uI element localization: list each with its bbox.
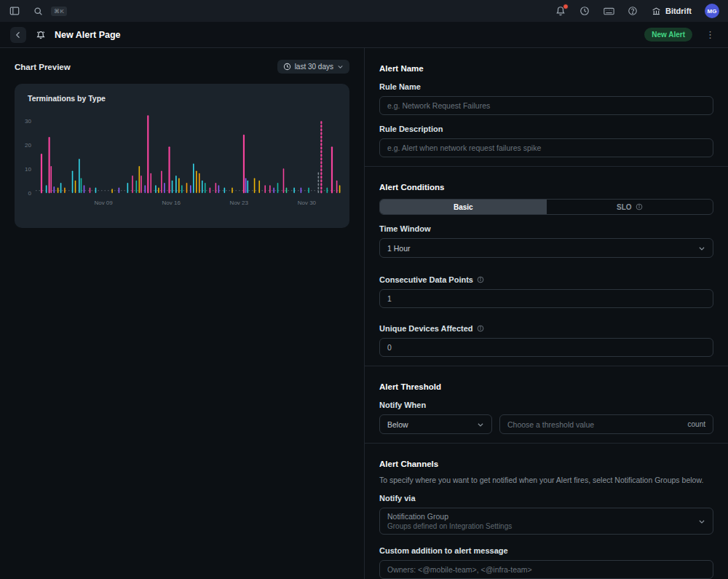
svg-text:30: 30 (25, 118, 31, 125)
svg-text:0: 0 (28, 190, 32, 197)
rule-description-label: Rule Description (379, 125, 713, 133)
time-window-select[interactable]: 1 Hour (379, 238, 713, 258)
alert-form-panel: Alert Name Rule Name Rule Description Al… (364, 48, 728, 579)
time-window-value: 1 Hour (387, 244, 411, 253)
kebab-menu-icon[interactable]: ⋮ (703, 29, 718, 40)
threshold-operator-value: Below (387, 420, 408, 429)
chart-card: Terminations by Type 0102030Nov 09Nov 16… (15, 84, 349, 228)
chart-preview-panel: Chart Preview last 30 days Terminations … (0, 48, 364, 579)
bank-icon (652, 7, 661, 16)
sidebar-toggle-icon[interactable] (9, 6, 20, 17)
svg-text:20: 20 (25, 142, 31, 149)
new-alert-badge[interactable]: New Alert (644, 28, 692, 42)
terminations-chart-svg[interactable]: 0102030Nov 09Nov 16Nov 23Nov 30 (17, 104, 347, 221)
notification-dot (563, 4, 569, 9)
rule-description-input[interactable] (379, 138, 713, 157)
info-icon (477, 276, 484, 283)
notification-group-subtitle: Groups defined on Integration Settings (387, 521, 512, 532)
threshold-operator-select[interactable]: Below (379, 414, 492, 434)
custom-addition-label: Custom addition to alert message (379, 546, 713, 555)
clock-icon (283, 63, 291, 71)
tab-basic[interactable]: Basic (380, 200, 547, 214)
alert-conditions-heading: Alert Conditions (379, 183, 713, 192)
svg-text:10: 10 (25, 166, 31, 173)
svg-text:Nov 09: Nov 09 (94, 200, 113, 206)
chevron-down-icon (477, 421, 484, 428)
alert-threshold-section: Alert Threshold Notify When Below count (379, 366, 713, 437)
org-switcher[interactable]: Bitdrift (652, 7, 692, 16)
brand-label: Bitdrift (665, 7, 692, 15)
back-button[interactable] (10, 27, 26, 43)
tab-slo-label: SLO (617, 203, 632, 211)
page-title: New Alert Page (55, 30, 121, 40)
search-shortcut-badge: ⌘K (51, 7, 67, 16)
keyboard-shortcuts-icon[interactable] (604, 6, 614, 17)
help-icon[interactable] (628, 6, 638, 17)
chevron-down-icon (698, 518, 705, 525)
notify-via-label: Notify via (379, 494, 713, 503)
info-icon (636, 203, 643, 210)
custom-addition-input[interactable] (379, 560, 713, 579)
unique-devices-input[interactable] (379, 338, 713, 357)
threshold-unit-label: count (688, 420, 705, 428)
consecutive-points-label-text: Consecutive Data Points (379, 275, 473, 284)
search-icon[interactable] (33, 6, 44, 17)
notification-group-title: Notification Group (387, 511, 512, 521)
topbar: ⌘K Bitdrift MG (0, 0, 728, 22)
alert-channels-section: Alert Channels To specify where you want… (379, 444, 713, 579)
notification-group-select[interactable]: Notification Group Groups defined on Int… (379, 508, 713, 535)
page-header: New Alert Page New Alert ⋮ (0, 22, 728, 48)
history-clock-icon[interactable] (579, 6, 590, 17)
time-range-label: last 30 days (295, 63, 333, 71)
time-window-label: Time Window (379, 224, 713, 233)
alert-conditions-section: Alert Conditions Basic SLO Time Window 1… (379, 167, 713, 360)
alert-threshold-heading: Alert Threshold (379, 382, 713, 391)
unique-devices-label: Unique Devices Affected (379, 324, 713, 333)
alert-channels-description: To specify where you want to get notifie… (379, 476, 713, 484)
avatar[interactable]: MG (705, 4, 719, 18)
svg-text:Nov 30: Nov 30 (298, 200, 317, 206)
threshold-value-field: count (499, 414, 713, 434)
threshold-value-input[interactable] (507, 420, 688, 429)
notifications-bell-icon[interactable] (555, 6, 566, 17)
svg-text:Nov 16: Nov 16 (162, 200, 181, 206)
consecutive-points-label: Consecutive Data Points (379, 275, 713, 284)
chevron-down-icon (698, 245, 705, 252)
time-range-selector[interactable]: last 30 days (277, 60, 349, 74)
consecutive-points-input[interactable] (379, 289, 713, 308)
unique-devices-label-text: Unique Devices Affected (379, 324, 473, 333)
alert-name-section: Alert Name Rule Name Rule Description (379, 48, 713, 160)
chart-title: Terminations by Type (17, 94, 347, 103)
info-icon (477, 325, 484, 332)
rule-name-label: Rule Name (379, 82, 713, 91)
chart-preview-title: Chart Preview (15, 63, 71, 71)
alert-bell-icon (35, 29, 46, 40)
notify-when-label: Notify When (379, 401, 713, 409)
rule-name-input[interactable] (379, 96, 713, 115)
alert-name-heading: Alert Name (379, 64, 713, 73)
chevron-down-icon (337, 63, 344, 70)
tab-slo[interactable]: SLO (547, 200, 713, 214)
svg-text:Nov 23: Nov 23 (230, 200, 249, 206)
tab-basic-label: Basic (454, 203, 473, 211)
alert-channels-heading: Alert Channels (379, 460, 713, 468)
condition-type-tabs: Basic SLO (379, 199, 713, 215)
